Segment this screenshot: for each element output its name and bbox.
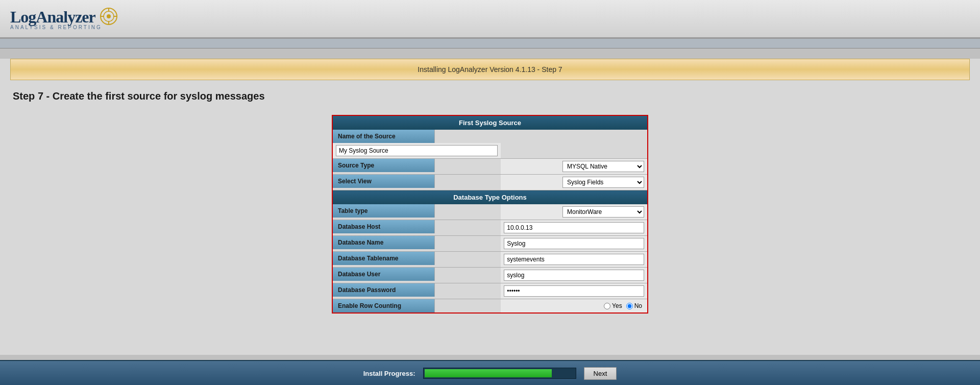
db-user-label: Database User — [333, 268, 435, 281]
select-view-select[interactable]: Syslog Fields Standard — [562, 177, 644, 188]
db-password-value — [501, 283, 648, 299]
footer-progress-bar: Install Progress: Next — [0, 360, 980, 385]
db-tablename-value — [501, 252, 648, 268]
logo-title: LogAnalyzer — [10, 8, 102, 27]
progress-bar-fill — [425, 369, 552, 377]
source-name-value — [333, 143, 501, 158]
db-user-input[interactable] — [504, 270, 644, 281]
source-type-row: Source Type MYSQL Native PostgreSQL Mong… — [332, 159, 648, 175]
svg-point-2 — [107, 14, 111, 18]
no-text: No — [634, 302, 642, 309]
source-name-label: Name of the Source — [333, 130, 435, 143]
logo-text-group: LogAnalyzer ANALYSIS & REPORTING — [10, 8, 102, 30]
row-counting-label: Enable Row Counting — [333, 299, 435, 312]
separator-bar — [0, 38, 980, 49]
next-button[interactable]: Next — [584, 367, 617, 380]
header: LogAnalyzer ANALYSIS & REPORTING — [0, 0, 980, 38]
db-host-input[interactable] — [504, 222, 644, 233]
db-section-header: Database Type Options — [332, 190, 648, 205]
source-type-value: MYSQL Native PostgreSQL MongoDB — [501, 159, 648, 175]
db-name-label: Database Name — [333, 236, 435, 249]
row-counting-no-label: No — [626, 302, 642, 309]
page-title: Step 7 - Create the first source for sys… — [0, 80, 980, 110]
logo-icon — [99, 7, 118, 26]
progress-label: Install Progress: — [363, 370, 415, 377]
db-user-row: Database User — [332, 268, 648, 283]
db-host-value — [501, 220, 648, 236]
form-header-row: First Syslog Source — [332, 115, 648, 130]
db-password-row: Database Password — [332, 283, 648, 299]
db-tablename-row: Database Tablename — [332, 252, 648, 268]
form-wrapper: First Syslog Source Name of the Source S… — [0, 110, 980, 329]
form-header: First Syslog Source — [332, 115, 648, 130]
db-host-label: Database Host — [333, 220, 435, 233]
db-name-input[interactable] — [504, 238, 644, 249]
source-type-label: Source Type — [333, 159, 435, 172]
progress-bar-container — [423, 368, 576, 379]
db-password-label: Database Password — [333, 283, 435, 297]
db-user-value — [501, 268, 648, 283]
row-counting-yes-label: Yes — [604, 302, 622, 309]
db-tablename-input[interactable] — [504, 254, 644, 265]
logo-subtitle: ANALYSIS & REPORTING — [10, 25, 102, 30]
logo-container: LogAnalyzer ANALYSIS & REPORTING — [10, 8, 118, 30]
row-counting-yes-radio[interactable] — [604, 303, 610, 309]
source-name-row: Name of the Source — [332, 130, 648, 159]
db-host-row: Database Host — [332, 220, 648, 236]
db-password-input[interactable] — [504, 285, 644, 297]
db-name-row: Database Name — [332, 236, 648, 252]
row-counting-radio-group: Yes No — [506, 302, 642, 309]
row-counting-row: Enable Row Counting Yes No — [332, 299, 648, 314]
install-banner: Installing LogAnalyzer Version 4.1.13 - … — [10, 59, 970, 80]
syslog-source-form: First Syslog Source Name of the Source S… — [332, 115, 648, 314]
table-type-select[interactable]: MonitorWare Standard — [562, 206, 644, 218]
source-name-input[interactable] — [336, 145, 498, 156]
table-type-label: Table type — [333, 204, 435, 218]
select-view-value: Syslog Fields Standard — [501, 175, 648, 190]
db-section-header-row: Database Type Options — [332, 190, 648, 205]
row-counting-value: Yes No — [501, 299, 648, 314]
select-view-row: Select View Syslog Fields Standard — [332, 175, 648, 190]
banner-text: Installing LogAnalyzer Version 4.1.13 - … — [418, 65, 562, 74]
db-name-value — [501, 236, 648, 252]
db-tablename-label: Database Tablename — [333, 252, 435, 265]
table-type-value: MonitorWare Standard — [501, 204, 648, 220]
table-type-row: Table type MonitorWare Standard — [332, 204, 648, 220]
source-type-select[interactable]: MYSQL Native PostgreSQL MongoDB — [562, 161, 644, 172]
yes-text: Yes — [612, 302, 622, 309]
content-area: Installing LogAnalyzer Version 4.1.13 - … — [0, 59, 980, 355]
row-counting-no-radio[interactable] — [626, 303, 633, 309]
select-view-label: Select View — [333, 175, 435, 188]
